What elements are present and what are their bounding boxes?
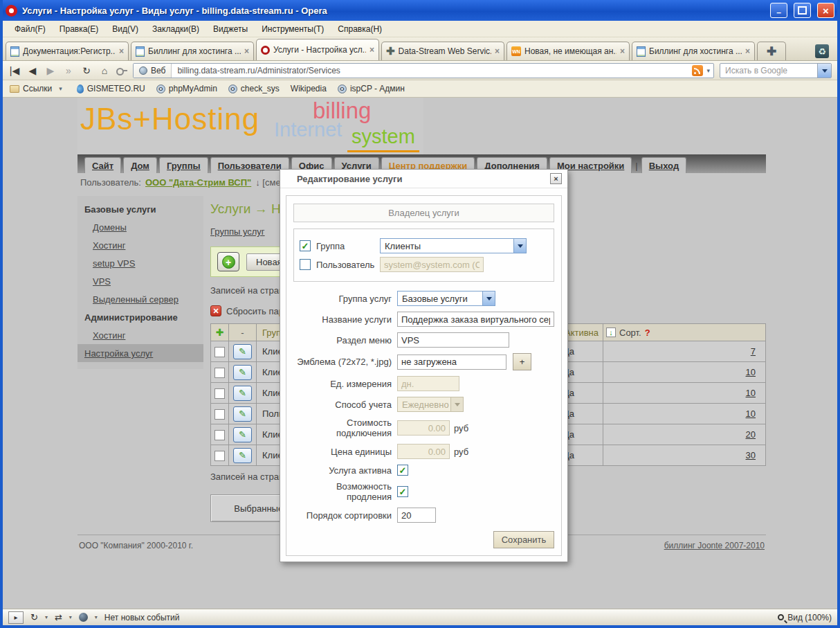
bookmark-links-folder[interactable]: Ссылки [10,84,66,93]
search-engine-dropdown[interactable] [817,64,831,78]
nav-exit[interactable]: Выход [641,157,686,173]
emblem-upload-button[interactable]: + [513,353,531,370]
search-field[interactable]: Искать в Google [720,63,832,78]
edit-icon[interactable] [233,427,252,442]
tab-billing-hosting-1[interactable]: Биллинг для хостинга ... [131,42,254,60]
sort-help-icon[interactable]: ? [645,328,650,338]
collapse-column-header[interactable]: - [229,324,257,341]
row-checkbox[interactable] [214,368,225,378]
edit-icon[interactable] [233,448,252,463]
sort-cell[interactable]: 10 [603,362,766,383]
home-icon[interactable]: ⌂ [98,65,111,76]
menu-file[interactable]: Файл(F) [8,22,52,36]
back-icon[interactable]: ◀ [26,65,39,76]
url-text[interactable]: billing.data-stream.ru/Administrator/Ser… [172,66,692,75]
add-row-icon[interactable] [211,324,229,341]
owner-group-select[interactable]: Клиенты [380,238,527,253]
bookmark-ispcp[interactable]: ispCP - Админ [338,84,405,93]
rss-icon[interactable] [692,65,703,76]
row-checkbox[interactable] [214,388,225,399]
sync-icon[interactable]: ↻ [30,612,38,622]
closed-tabs-button[interactable] [810,42,834,60]
nav-users[interactable]: Пользователи [210,157,289,173]
menu-section-field[interactable] [397,332,509,348]
row-checkbox[interactable] [214,451,225,461]
emblem-field[interactable] [397,355,506,370]
edit-icon[interactable] [233,406,252,422]
tab-billing-hosting-2[interactable]: Биллинг для хостинга ... [632,42,755,60]
tab-close-icon[interactable] [745,46,750,56]
address-dropdown-icon[interactable] [703,67,713,74]
owner-group-checkbox[interactable] [300,240,311,251]
rewind-icon[interactable]: |◀ [8,65,21,76]
panels-toggle-button[interactable] [8,611,24,624]
service-group-select[interactable]: Базовые услуги [397,291,495,306]
search-placeholder[interactable]: Искать в Google [720,66,817,75]
window-titlebar[interactable]: Услуги - Настройка услуг - Виды услуг - … [3,0,837,21]
sidebar-item-setup-vps[interactable]: setup VPS [77,254,203,272]
tab-services-active[interactable]: Услуги - Настройка усл... [256,39,379,60]
network-globe-icon[interactable] [79,613,88,622]
menu-tools[interactable]: Инструменты(T) [255,22,330,36]
tab-close-icon[interactable] [119,46,124,56]
tab-close-icon[interactable] [495,46,500,56]
nav-groups[interactable]: Группы [159,157,208,173]
sidebar-item-service-settings[interactable]: Настройка услуг [77,344,203,362]
sort-cell[interactable]: 20 [603,424,766,445]
reload-icon[interactable]: ↻ [80,65,93,76]
row-checkbox[interactable] [214,430,225,440]
service-name-field[interactable] [397,312,554,327]
nav-home[interactable]: Дом [123,157,157,173]
maximize-button[interactable] [794,3,811,18]
current-user-link[interactable]: ООО "Дата-Стрим ВСП" [145,177,251,188]
nav-site[interactable]: Сайт [84,157,121,173]
chevron-down-icon[interactable] [45,614,48,620]
sort-cell[interactable]: 7 [603,341,766,362]
zoom-indicator[interactable]: Вид (100%) [778,613,832,622]
service-active-checkbox[interactable] [397,465,408,476]
dialog-close-icon[interactable] [550,173,562,184]
add-service-button[interactable] [217,252,239,271]
sort-order-field[interactable] [397,508,436,523]
sidebar-item-hosting[interactable]: Хостинг [77,236,203,254]
bookmark-wikipedia[interactable]: Wikipedia [291,84,327,93]
tab-documentation[interactable]: Документация:Регистр... [6,42,129,60]
sort-column-header[interactable]: Сорт. ? [603,324,766,341]
chevron-down-icon[interactable] [69,614,72,620]
save-button[interactable]: Сохранить [493,531,554,548]
dialog-titlebar[interactable]: Редактирование услуги [280,170,567,188]
owner-user-checkbox[interactable] [300,259,311,270]
edit-icon[interactable] [233,365,252,380]
chevron-down-icon[interactable] [95,614,98,620]
row-checkbox[interactable] [214,409,225,420]
edit-icon[interactable] [233,344,252,359]
tab-new-page[interactable]: WN Новая, не имеющая ан... [506,42,630,60]
sidebar-item-domains[interactable]: Домены [77,218,203,236]
tab-close-icon[interactable] [620,46,625,56]
billing-credit-link[interactable]: биллинг Joonte 2007-2010 [664,541,765,550]
minimize-button[interactable] [770,3,787,18]
sort-cell[interactable]: 10 [603,383,766,404]
key-icon[interactable] [116,67,127,74]
tab-close-icon[interactable] [369,45,374,55]
close-button[interactable] [817,3,834,18]
sidebar-item-admin-hosting[interactable]: Хостинг [77,326,203,344]
bookmark-phpmyadmin[interactable]: phpMyAdmin [156,84,217,93]
edit-icon[interactable] [233,386,252,401]
bookmark-check-sys[interactable]: check_sys [228,84,280,93]
menu-view[interactable]: Вид(V) [106,22,145,36]
forward-icon[interactable]: ▶ [44,65,57,76]
sidebar-item-vps[interactable]: VPS [77,272,203,290]
sort-cell[interactable]: 10 [603,404,766,424]
menu-bookmarks[interactable]: Закладки(B) [146,22,206,36]
unite-icon[interactable]: ⇄ [55,612,62,622]
menu-widgets[interactable]: Виджеты [207,22,254,36]
row-checkbox[interactable] [214,347,225,357]
tab-close-icon[interactable] [244,46,249,56]
sort-cell[interactable]: 30 [603,445,766,466]
menu-edit[interactable]: Правка(E) [53,22,105,36]
bookmark-gismeteo[interactable]: GISMETEO.RU [77,84,145,93]
web-mode-chip[interactable]: Веб [134,64,172,78]
service-groups-tab[interactable]: Группы услуг [210,226,265,237]
tab-data-stream[interactable]: Data-Stream Web Servic... [381,42,504,60]
